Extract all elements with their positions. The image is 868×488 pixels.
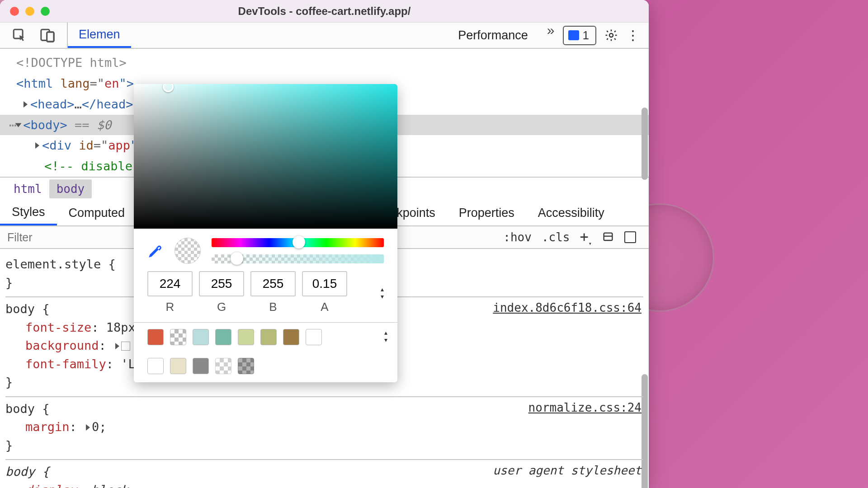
svg-rect-5 bbox=[604, 233, 613, 240]
window-title: DevTools - coffee-cart.netlify.app/ bbox=[238, 5, 411, 18]
r-input[interactable] bbox=[147, 271, 193, 296]
dom-doctype: <!DOCTYPE html> bbox=[16, 56, 127, 70]
source-link[interactable]: index.8d6c6f18.css:64 bbox=[493, 299, 642, 317]
g-input[interactable] bbox=[199, 271, 244, 296]
color-mode-toggle[interactable]: ▴▾ bbox=[381, 286, 384, 300]
swatch[interactable] bbox=[238, 329, 254, 345]
subtab-breakpoints[interactable]: akpoints bbox=[390, 200, 447, 225]
subtab-accessibility[interactable]: Accessibility bbox=[526, 200, 616, 225]
g-label: G bbox=[217, 300, 226, 314]
issues-badge[interactable]: 1 bbox=[563, 26, 596, 45]
main-area: <!DOCTYPE html> <html lang="en"> <head>…… bbox=[0, 49, 649, 488]
maximize-window-button[interactable] bbox=[41, 7, 50, 16]
minimize-window-button[interactable] bbox=[25, 7, 34, 16]
subtab-computed[interactable]: Computed bbox=[57, 200, 137, 225]
tabs-overflow-button[interactable]: » bbox=[539, 23, 563, 48]
issues-count: 1 bbox=[583, 28, 589, 42]
titlebar: DevTools - coffee-cart.netlify.app/ bbox=[0, 0, 649, 23]
expand-icon[interactable] bbox=[35, 142, 39, 149]
devtools-window: DevTools - coffee-cart.netlify.app/ Elem… bbox=[0, 0, 649, 488]
color-swatch-icon[interactable] bbox=[121, 342, 130, 351]
crumb-html[interactable]: html bbox=[6, 179, 49, 198]
b-input[interactable] bbox=[250, 271, 296, 296]
swatch[interactable] bbox=[283, 329, 299, 345]
traffic-lights bbox=[10, 7, 50, 16]
swatches-palette: ▴▾ bbox=[134, 322, 397, 382]
crumb-body[interactable]: body bbox=[49, 179, 92, 198]
current-color-preview bbox=[175, 238, 201, 264]
r-label: R bbox=[166, 300, 175, 314]
paintbucket-icon[interactable] bbox=[602, 231, 614, 244]
main-tabbar: Elemen Performance » 1 ⋮ bbox=[0, 23, 649, 49]
expand-shorthand-icon[interactable] bbox=[86, 424, 90, 431]
hue-handle[interactable] bbox=[292, 236, 305, 249]
swatch[interactable] bbox=[260, 329, 277, 345]
new-rule-button[interactable]: +▾ bbox=[580, 228, 592, 247]
rule-body-normalize[interactable]: normalize.css:24 body { margin: 0; } bbox=[5, 397, 643, 460]
cls-toggle[interactable]: .cls bbox=[542, 230, 570, 244]
swatches-toggle[interactable]: ▴▾ bbox=[384, 329, 387, 343]
saturation-value-field[interactable] bbox=[134, 84, 397, 229]
expand-icon[interactable] bbox=[24, 101, 28, 108]
close-window-button[interactable] bbox=[10, 7, 19, 16]
computed-toggle-icon[interactable] bbox=[624, 231, 636, 243]
tab-elements[interactable]: Elemen bbox=[68, 23, 131, 48]
color-picker: R G B A ▴▾ ▴▾ bbox=[134, 84, 397, 382]
swatch[interactable] bbox=[170, 329, 186, 345]
swatch[interactable] bbox=[215, 329, 231, 345]
swatch[interactable] bbox=[193, 358, 209, 374]
svg-rect-2 bbox=[47, 32, 54, 42]
source-link[interactable]: normalize.css:24 bbox=[528, 399, 642, 417]
device-toggle-icon[interactable] bbox=[40, 28, 55, 43]
rule-body-ua[interactable]: user agent stylesheet body { display: bl… bbox=[5, 460, 643, 488]
more-icon[interactable]: ⋮ bbox=[626, 33, 640, 38]
alpha-slider[interactable] bbox=[212, 254, 384, 263]
sv-handle[interactable] bbox=[163, 84, 174, 92]
collapse-icon[interactable] bbox=[15, 123, 22, 127]
swatch[interactable] bbox=[147, 358, 164, 374]
hue-slider[interactable] bbox=[212, 238, 384, 247]
b-label: B bbox=[269, 300, 277, 314]
swatch[interactable] bbox=[215, 358, 231, 374]
dom-scrollbar[interactable] bbox=[642, 108, 648, 180]
issues-icon bbox=[568, 30, 579, 40]
settings-icon[interactable] bbox=[604, 28, 618, 42]
tab-performance[interactable]: Performance bbox=[447, 23, 539, 48]
svg-point-4 bbox=[609, 33, 613, 37]
source-ua-label: user agent stylesheet bbox=[493, 462, 642, 479]
swatch[interactable] bbox=[238, 358, 254, 374]
swatch[interactable] bbox=[193, 329, 209, 345]
swatch[interactable] bbox=[170, 358, 186, 374]
expand-shorthand-icon[interactable] bbox=[115, 343, 119, 349]
eyedropper-icon[interactable] bbox=[147, 243, 164, 259]
alpha-handle[interactable] bbox=[231, 252, 243, 265]
hover-toggle[interactable]: :hov bbox=[503, 230, 532, 244]
a-input[interactable] bbox=[302, 271, 347, 296]
swatch[interactable] bbox=[306, 329, 322, 345]
swatch[interactable] bbox=[147, 329, 164, 345]
subtab-properties[interactable]: Properties bbox=[447, 200, 526, 225]
a-label: A bbox=[321, 300, 328, 314]
inspect-icon[interactable] bbox=[12, 28, 27, 43]
subtab-styles[interactable]: Styles bbox=[0, 200, 57, 225]
